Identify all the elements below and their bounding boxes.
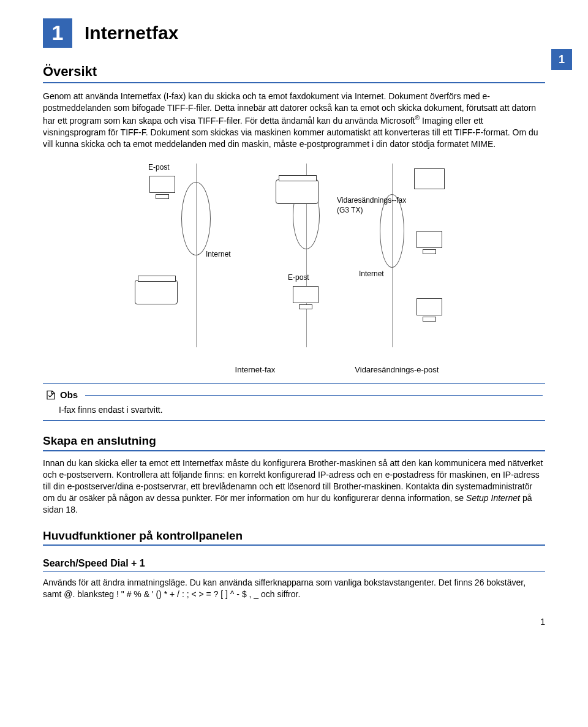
note-icon bbox=[45, 390, 56, 401]
chapter-header: 1 Internetfax bbox=[43, 18, 545, 48]
label-internet-2: Internet bbox=[359, 269, 384, 279]
section-connect-heading: Skapa en anslutning bbox=[43, 433, 545, 451]
label-epost: E-post bbox=[148, 162, 170, 172]
label-epost-2: E-post bbox=[288, 273, 309, 282]
diagram-footer-labels: Internet-fax Vidaresändnings-e-post bbox=[129, 364, 545, 375]
page-number: 1 bbox=[43, 616, 545, 628]
network-diagram: E-post Vidaresändnings--fax (G3 TX) Inte… bbox=[123, 157, 466, 360]
panel-sub-heading: Search/Speed Dial + 1 bbox=[43, 557, 545, 572]
chapter-number-badge: 1 bbox=[43, 18, 72, 48]
label-internet: Internet bbox=[206, 249, 231, 259]
note-text: I-fax finns endast i svartvitt. bbox=[45, 404, 543, 416]
overview-paragraph: Genom att använda Internetfax (I-fax) ka… bbox=[43, 91, 545, 150]
fax-icon bbox=[414, 168, 445, 189]
side-tab: 1 bbox=[551, 49, 572, 70]
printer-icon bbox=[135, 280, 178, 304]
panel-paragraph: Används för att ändra inmatningsläge. Du… bbox=[43, 577, 545, 600]
label-relay-email: Vidaresändnings-e-post bbox=[355, 364, 439, 375]
note-box: Obs I-fax finns endast i svartvitt. bbox=[43, 383, 545, 421]
chapter-title: Internetfax bbox=[85, 21, 178, 46]
connect-link[interactable]: Setup Internet bbox=[466, 493, 520, 503]
label-relay-fax: Vidaresändnings--fax (G3 TX) bbox=[337, 195, 406, 215]
pc-icon bbox=[290, 286, 320, 311]
section-panel-heading: Huvudfunktioner på kontrollpanelen bbox=[43, 528, 545, 546]
connect-paragraph: Innan du kan skicka eller ta emot ett In… bbox=[43, 458, 545, 515]
label-internet-fax: Internet-fax bbox=[235, 364, 276, 375]
pc-icon bbox=[414, 231, 443, 255]
note-label: Obs bbox=[60, 389, 78, 401]
pc-icon bbox=[414, 298, 443, 323]
note-divider bbox=[85, 395, 543, 396]
pc-icon bbox=[147, 176, 176, 200]
section-overview-heading: Översikt bbox=[43, 62, 545, 83]
printer-icon bbox=[276, 179, 318, 204]
